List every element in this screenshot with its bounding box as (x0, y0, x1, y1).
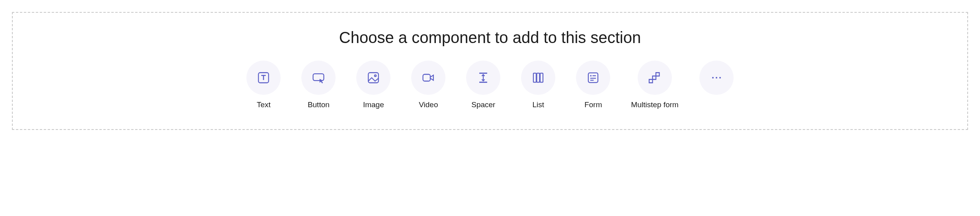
svg-rect-10 (540, 73, 543, 82)
svg-rect-8 (533, 73, 536, 82)
component-label: Form (584, 100, 602, 109)
add-image-button[interactable]: Image (356, 61, 390, 109)
component-label: Text (257, 100, 271, 109)
svg-point-3 (375, 75, 376, 77)
component-label: Image (363, 100, 384, 109)
add-button-button[interactable]: Button (301, 61, 336, 109)
add-multistep-form-button[interactable]: Multistep form (631, 61, 678, 109)
section-title: Choose a component to add to this sectio… (339, 29, 641, 47)
add-component-section: Choose a component to add to this sectio… (12, 12, 968, 130)
svg-point-12 (590, 75, 592, 77)
svg-rect-9 (537, 73, 540, 82)
svg-rect-4 (423, 75, 430, 81)
form-icon (576, 61, 610, 95)
component-options-row: Text Button Image (246, 61, 733, 109)
more-components-button[interactable] (699, 61, 734, 100)
svg-rect-1 (313, 74, 324, 81)
component-label: List (533, 100, 545, 109)
component-label: Video (419, 100, 438, 109)
text-icon (246, 61, 281, 95)
multistep-form-icon (638, 61, 672, 95)
add-form-button[interactable]: Form (576, 61, 610, 109)
spacer-icon (466, 61, 500, 95)
button-icon (301, 61, 336, 95)
add-spacer-button[interactable]: Spacer (466, 61, 500, 109)
svg-rect-11 (588, 73, 598, 82)
image-icon (356, 61, 390, 95)
component-label: Multistep form (631, 100, 678, 109)
add-text-button[interactable]: Text (246, 61, 281, 109)
video-icon (411, 61, 445, 95)
list-icon (521, 61, 555, 95)
add-list-button[interactable]: List (521, 61, 555, 109)
component-label: Button (308, 100, 330, 109)
more-icon (699, 61, 734, 95)
component-label: Spacer (471, 100, 495, 109)
svg-rect-2 (369, 73, 379, 83)
add-video-button[interactable]: Video (411, 61, 445, 109)
